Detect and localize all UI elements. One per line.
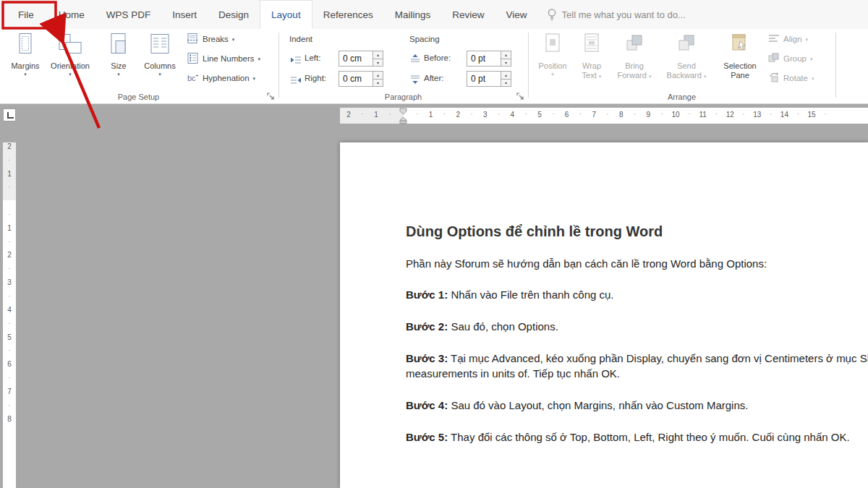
line-numbers-label: Line Numbers xyxy=(203,54,255,63)
ruler-tick: · xyxy=(361,110,363,118)
ruler-number: 8 xyxy=(3,414,16,422)
ruler-number: 5 xyxy=(3,333,16,341)
breaks-label: Breaks xyxy=(203,35,229,43)
step-label: Bước 1: xyxy=(406,288,448,301)
spacing-before-label: Before: xyxy=(424,53,451,62)
indent-right-value: 0 cm xyxy=(343,74,362,84)
tab-design[interactable]: Design xyxy=(208,0,260,29)
spin-up-button[interactable]: ▴ xyxy=(373,51,383,59)
wrap-text-button[interactable]: Wrap Text ▾ xyxy=(574,31,609,92)
dropdown-arrow-icon: ▾ xyxy=(117,71,120,77)
word-application-window: File Home WPS PDF Insert Design Layout R… xyxy=(0,0,868,488)
ruler-number: 13 xyxy=(753,111,761,119)
document-paragraph: Bước 4: Sau đó vào Layout, chọn Margins,… xyxy=(406,399,748,411)
spacing-after-input[interactable]: 0 pt ▴▾ xyxy=(467,71,511,87)
paragraph-text: Tại mục Advanced, kéo xuống phần Display… xyxy=(448,352,868,364)
spin-down-button[interactable]: ▾ xyxy=(373,80,383,87)
margins-button[interactable]: Margins ▾ xyxy=(6,31,45,92)
position-button[interactable]: Position ▾ xyxy=(535,31,570,92)
paragraph-text: Nhấn vào File trên thanh công cụ. xyxy=(448,288,613,301)
ruler-tick: · xyxy=(498,110,500,118)
indent-right-input[interactable]: 0 cm ▴▾ xyxy=(339,71,383,87)
dropdown-arrow-icon: ▾ xyxy=(253,75,256,82)
ribbon-tab-bar: File Home WPS PDF Insert Design Layout R… xyxy=(0,0,868,29)
tab-references[interactable]: References xyxy=(312,0,384,29)
breaks-button[interactable]: Breaks ▾ xyxy=(187,30,234,48)
selection-pane-button[interactable]: Selection Pane xyxy=(716,31,764,92)
document-paragraph: Bước 3: Tại mục Advanced, kéo xuống phần… xyxy=(406,352,868,364)
send-backward-button[interactable]: Send Backward ▾ xyxy=(660,31,713,92)
indent-left-icon xyxy=(290,54,302,67)
spacing-heading: Spacing xyxy=(409,35,440,43)
ruler-tick: · xyxy=(3,401,16,408)
align-button[interactable]: Align ▾ xyxy=(768,30,808,48)
ruler-number: 8 xyxy=(619,111,624,119)
lightbulb-icon xyxy=(547,8,557,21)
spin-down-button[interactable]: ▾ xyxy=(501,59,511,67)
ruler-number: 15 xyxy=(807,111,815,119)
spin-up-button[interactable]: ▴ xyxy=(501,51,511,59)
wrap-text-icon xyxy=(582,31,602,61)
tab-home[interactable]: Home xyxy=(48,0,95,29)
columns-button[interactable]: Columns ▾ xyxy=(139,31,181,92)
paragraph-text: Thay đổi các thông số ở Top, Bottom, Lef… xyxy=(448,431,849,443)
hyphenation-icon: bc xyxy=(187,72,199,85)
step-label: Bước 5: xyxy=(406,431,448,443)
dropdown-arrow-icon: ▾ xyxy=(158,71,161,77)
ruler-tick: · xyxy=(3,291,16,299)
document-page[interactable]: Dùng Options để chỉnh lề trong Word Phần… xyxy=(340,142,868,488)
bring-forward-label: Bring xyxy=(625,61,644,71)
size-button[interactable]: Size ▾ xyxy=(101,31,136,92)
ruler-tick: · xyxy=(715,110,718,118)
line-numbers-button[interactable]: Line Numbers ▾ xyxy=(187,50,260,67)
rotate-button[interactable]: Rotate ▾ xyxy=(768,69,814,87)
ruler-number: 3 xyxy=(3,278,16,286)
ruler-number: 3 xyxy=(483,111,488,119)
ruler-number: 4 xyxy=(3,305,16,313)
group-button[interactable]: Group ▾ xyxy=(768,50,812,67)
tab-layout[interactable]: Layout xyxy=(260,0,312,29)
page-setup-dialog-launcher[interactable] xyxy=(266,91,276,101)
ruler-number: 14 xyxy=(780,111,788,119)
hyphenation-button[interactable]: bc Hyphenation ▾ xyxy=(187,69,255,87)
ruler-tick: · xyxy=(579,110,582,118)
ruler-number: 7 xyxy=(3,387,16,395)
spacing-before-input[interactable]: 0 pt ▴▾ xyxy=(467,51,511,67)
indent-markers[interactable] xyxy=(399,108,409,127)
spin-down-button[interactable]: ▾ xyxy=(373,59,383,67)
ruler-number: 1 xyxy=(374,111,378,119)
ruler-tick: · xyxy=(634,110,636,118)
page-setup-group-label: Page Setup xyxy=(0,93,277,101)
dropdown-arrow-icon: ▾ xyxy=(24,71,27,77)
tell-me-placeholder: Tell me what you want to do... xyxy=(562,9,686,20)
ruler-tick: · xyxy=(824,110,826,118)
bring-forward-button[interactable]: Bring Forward ▾ xyxy=(613,31,655,92)
indent-left-input[interactable]: 0 cm ▴▾ xyxy=(339,51,383,67)
vertical-ruler: 21···1·2·3·4·5·6·7·8 xyxy=(3,130,16,488)
ruler-tick: · xyxy=(416,110,418,118)
dropdown-arrow-icon: ▾ xyxy=(810,56,813,62)
indent-left-label: Left: xyxy=(305,53,320,62)
tab-review[interactable]: Review xyxy=(441,0,495,29)
indent-heading: Indent xyxy=(289,35,312,43)
send-backward-icon xyxy=(676,31,697,61)
spin-up-button[interactable]: ▴ xyxy=(373,72,383,80)
margins-label: Margins xyxy=(11,61,39,71)
ruler-tick: · xyxy=(688,110,690,118)
tab-wps-pdf[interactable]: WPS PDF xyxy=(95,0,162,29)
size-icon xyxy=(108,31,129,61)
ruler-tick: · xyxy=(3,156,16,164)
dropdown-arrow-icon: ▾ xyxy=(812,75,814,82)
ruler-number: 1 xyxy=(3,223,16,231)
tab-file[interactable]: File xyxy=(4,0,48,29)
tab-mailings[interactable]: Mailings xyxy=(384,0,442,29)
tab-view[interactable]: View xyxy=(495,0,537,29)
tell-me-box[interactable]: Tell me what you want to do... xyxy=(547,0,686,29)
tab-insert[interactable]: Insert xyxy=(161,0,208,29)
spin-down-button[interactable]: ▾ xyxy=(501,80,511,87)
ruler-number: 4 xyxy=(511,111,515,119)
spin-up-button[interactable]: ▴ xyxy=(501,72,511,80)
line-numbers-icon xyxy=(187,52,199,66)
orientation-button[interactable]: Orientation ▾ xyxy=(46,31,94,92)
paragraph-dialog-launcher[interactable] xyxy=(516,91,526,101)
